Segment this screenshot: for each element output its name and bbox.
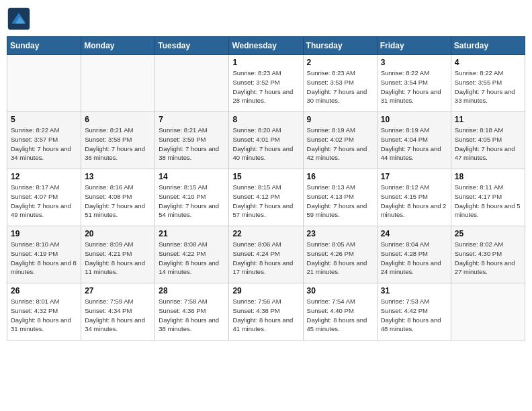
- week-row-5: 26Sunrise: 8:01 AMSunset: 4:32 PMDayligh…: [7, 283, 525, 340]
- day-number: 19: [11, 229, 77, 238]
- day-info: Sunrise: 8:19 AMSunset: 4:04 PMDaylight:…: [381, 126, 447, 163]
- day-number: 29: [232, 286, 299, 295]
- calendar-cell: 26Sunrise: 8:01 AMSunset: 4:32 PMDayligh…: [7, 283, 81, 340]
- calendar-cell: 15Sunrise: 8:15 AMSunset: 4:12 PMDayligh…: [229, 169, 303, 226]
- calendar-cell: [7, 55, 81, 112]
- calendar-cell: 28Sunrise: 7:58 AMSunset: 4:36 PMDayligh…: [155, 283, 229, 340]
- day-number: 27: [85, 286, 151, 295]
- day-info: Sunrise: 7:53 AMSunset: 4:42 PMDaylight:…: [381, 297, 447, 334]
- calendar-cell: 14Sunrise: 8:15 AMSunset: 4:10 PMDayligh…: [155, 169, 229, 226]
- day-number: 31: [381, 286, 447, 295]
- calendar-cell: 13Sunrise: 8:16 AMSunset: 4:08 PMDayligh…: [81, 169, 155, 226]
- day-info: Sunrise: 7:56 AMSunset: 4:38 PMDaylight:…: [232, 297, 299, 334]
- day-info: Sunrise: 8:09 AMSunset: 4:21 PMDaylight:…: [85, 240, 151, 277]
- day-number: 3: [381, 58, 447, 67]
- day-info: Sunrise: 8:18 AMSunset: 4:05 PMDaylight:…: [455, 126, 521, 163]
- weekday-header-sunday: Sunday: [7, 37, 81, 55]
- day-number: 4: [455, 58, 521, 67]
- calendar-cell: 21Sunrise: 8:08 AMSunset: 4:22 PMDayligh…: [155, 226, 229, 283]
- calendar-cell: 6Sunrise: 8:21 AMSunset: 3:58 PMDaylight…: [81, 112, 155, 169]
- weekday-header-tuesday: Tuesday: [155, 37, 229, 55]
- day-info: Sunrise: 7:58 AMSunset: 4:36 PMDaylight:…: [159, 297, 225, 334]
- week-row-1: 1Sunrise: 8:23 AMSunset: 3:52 PMDaylight…: [7, 55, 525, 112]
- day-info: Sunrise: 8:04 AMSunset: 4:28 PMDaylight:…: [381, 240, 447, 277]
- day-number: 30: [307, 286, 373, 295]
- day-number: 11: [455, 115, 521, 124]
- day-info: Sunrise: 8:23 AMSunset: 3:52 PMDaylight:…: [232, 68, 299, 105]
- weekday-header-friday: Friday: [377, 37, 451, 55]
- day-info: Sunrise: 8:08 AMSunset: 4:22 PMDaylight:…: [159, 240, 225, 277]
- calendar-cell: 31Sunrise: 7:53 AMSunset: 4:42 PMDayligh…: [377, 283, 451, 340]
- day-number: 17: [381, 172, 447, 181]
- day-info: Sunrise: 8:05 AMSunset: 4:26 PMDaylight:…: [307, 240, 373, 277]
- calendar-cell: 3Sunrise: 8:22 AMSunset: 3:54 PMDaylight…: [377, 55, 451, 112]
- calendar-cell: [81, 55, 155, 112]
- day-number: 2: [307, 58, 373, 67]
- day-info: Sunrise: 8:21 AMSunset: 3:58 PMDaylight:…: [85, 126, 151, 163]
- header: [7, 7, 525, 31]
- day-info: Sunrise: 8:16 AMSunset: 4:08 PMDaylight:…: [85, 183, 151, 220]
- calendar-cell: 30Sunrise: 7:54 AMSunset: 4:40 PMDayligh…: [303, 283, 377, 340]
- day-info: Sunrise: 8:01 AMSunset: 4:32 PMDaylight:…: [11, 297, 77, 334]
- calendar-cell: 17Sunrise: 8:12 AMSunset: 4:15 PMDayligh…: [377, 169, 451, 226]
- day-info: Sunrise: 8:10 AMSunset: 4:19 PMDaylight:…: [11, 240, 77, 277]
- calendar-cell: 22Sunrise: 8:06 AMSunset: 4:24 PMDayligh…: [229, 226, 303, 283]
- calendar-table: SundayMondayTuesdayWednesdayThursdayFrid…: [7, 36, 525, 340]
- day-number: 21: [159, 229, 225, 238]
- day-info: Sunrise: 8:21 AMSunset: 3:59 PMDaylight:…: [159, 126, 225, 163]
- day-number: 23: [307, 229, 373, 238]
- day-info: Sunrise: 8:19 AMSunset: 4:02 PMDaylight:…: [307, 126, 373, 163]
- weekday-header-wednesday: Wednesday: [229, 37, 303, 55]
- day-number: 13: [85, 172, 151, 181]
- calendar-cell: 9Sunrise: 8:19 AMSunset: 4:02 PMDaylight…: [303, 112, 377, 169]
- weekday-header-thursday: Thursday: [303, 37, 377, 55]
- calendar-cell: 29Sunrise: 7:56 AMSunset: 4:38 PMDayligh…: [229, 283, 303, 340]
- day-number: 16: [307, 172, 373, 181]
- day-info: Sunrise: 8:11 AMSunset: 4:17 PMDaylight:…: [455, 183, 521, 220]
- day-number: 22: [232, 229, 299, 238]
- day-info: Sunrise: 8:15 AMSunset: 4:12 PMDaylight:…: [232, 183, 299, 220]
- weekday-header-row: SundayMondayTuesdayWednesdayThursdayFrid…: [7, 37, 525, 55]
- day-info: Sunrise: 8:17 AMSunset: 4:07 PMDaylight:…: [11, 183, 77, 220]
- day-info: Sunrise: 8:12 AMSunset: 4:15 PMDaylight:…: [381, 183, 447, 220]
- calendar-cell: 23Sunrise: 8:05 AMSunset: 4:26 PMDayligh…: [303, 226, 377, 283]
- day-info: Sunrise: 8:15 AMSunset: 4:10 PMDaylight:…: [159, 183, 225, 220]
- calendar-cell: 18Sunrise: 8:11 AMSunset: 4:17 PMDayligh…: [451, 169, 525, 226]
- day-number: 15: [232, 172, 299, 181]
- calendar-cell: 10Sunrise: 8:19 AMSunset: 4:04 PMDayligh…: [377, 112, 451, 169]
- day-number: 18: [455, 172, 521, 181]
- calendar-cell: 11Sunrise: 8:18 AMSunset: 4:05 PMDayligh…: [451, 112, 525, 169]
- calendar-cell: 2Sunrise: 8:23 AMSunset: 3:53 PMDaylight…: [303, 55, 377, 112]
- calendar-cell: 16Sunrise: 8:13 AMSunset: 4:13 PMDayligh…: [303, 169, 377, 226]
- calendar-cell: 7Sunrise: 8:21 AMSunset: 3:59 PMDaylight…: [155, 112, 229, 169]
- calendar-cell: 4Sunrise: 8:22 AMSunset: 3:55 PMDaylight…: [451, 55, 525, 112]
- week-row-3: 12Sunrise: 8:17 AMSunset: 4:07 PMDayligh…: [7, 169, 525, 226]
- week-row-4: 19Sunrise: 8:10 AMSunset: 4:19 PMDayligh…: [7, 226, 525, 283]
- day-number: 12: [11, 172, 77, 181]
- day-info: Sunrise: 8:13 AMSunset: 4:13 PMDaylight:…: [307, 183, 373, 220]
- day-info: Sunrise: 8:22 AMSunset: 3:57 PMDaylight:…: [11, 126, 77, 163]
- day-number: 10: [381, 115, 447, 124]
- day-info: Sunrise: 7:54 AMSunset: 4:40 PMDaylight:…: [307, 297, 373, 334]
- day-number: 25: [455, 229, 521, 238]
- calendar-cell: 27Sunrise: 7:59 AMSunset: 4:34 PMDayligh…: [81, 283, 155, 340]
- day-number: 5: [11, 115, 77, 124]
- logo-icon: [7, 7, 31, 31]
- day-info: Sunrise: 8:23 AMSunset: 3:53 PMDaylight:…: [307, 68, 373, 105]
- calendar-cell: 12Sunrise: 8:17 AMSunset: 4:07 PMDayligh…: [7, 169, 81, 226]
- day-info: Sunrise: 8:22 AMSunset: 3:54 PMDaylight:…: [381, 68, 447, 105]
- day-number: 8: [232, 115, 299, 124]
- week-row-2: 5Sunrise: 8:22 AMSunset: 3:57 PMDaylight…: [7, 112, 525, 169]
- day-info: Sunrise: 8:02 AMSunset: 4:30 PMDaylight:…: [455, 240, 521, 277]
- calendar-cell: 5Sunrise: 8:22 AMSunset: 3:57 PMDaylight…: [7, 112, 81, 169]
- day-number: 28: [159, 286, 225, 295]
- day-number: 9: [307, 115, 373, 124]
- calendar-cell: 19Sunrise: 8:10 AMSunset: 4:19 PMDayligh…: [7, 226, 81, 283]
- day-info: Sunrise: 8:22 AMSunset: 3:55 PMDaylight:…: [455, 68, 521, 105]
- day-number: 1: [232, 58, 299, 67]
- day-info: Sunrise: 8:20 AMSunset: 4:01 PMDaylight:…: [232, 126, 299, 163]
- calendar-cell: [451, 283, 525, 340]
- day-info: Sunrise: 7:59 AMSunset: 4:34 PMDaylight:…: [85, 297, 151, 334]
- day-number: 20: [85, 229, 151, 238]
- calendar-cell: 24Sunrise: 8:04 AMSunset: 4:28 PMDayligh…: [377, 226, 451, 283]
